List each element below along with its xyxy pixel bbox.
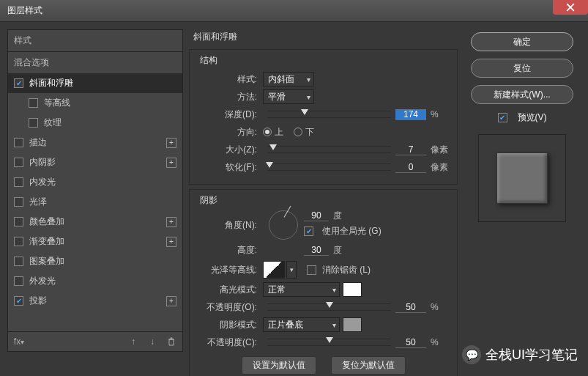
global-light-checkbox[interactable] (304, 226, 313, 236)
shadow-opacity-label: 不透明度(C): (197, 336, 263, 349)
style-item-checkbox[interactable] (14, 257, 23, 266)
style-item[interactable]: 外发光 (8, 271, 182, 291)
center-panel: 斜面和浮雕 结构 样式: 内斜面 方法: 平滑 深度(D): 174 % 方向:… (189, 29, 458, 352)
style-item-checkbox[interactable] (14, 237, 23, 246)
style-item-label: 斜面和浮雕 (29, 77, 73, 89)
size-value[interactable]: 7 (395, 144, 426, 155)
add-effect-icon[interactable]: + (166, 158, 176, 168)
shadow-color-swatch[interactable] (343, 317, 362, 332)
style-item-label: 内阴影 (29, 156, 56, 169)
angle-value[interactable]: 90 (304, 210, 329, 221)
style-item[interactable]: 描边+ (8, 133, 182, 152)
style-item[interactable]: 图案叠加 (8, 251, 182, 271)
style-item-checkbox[interactable] (14, 296, 23, 306)
style-item-checkbox[interactable] (14, 197, 23, 207)
trash-icon[interactable] (166, 336, 176, 347)
antialias-label: 消除锯齿 (L) (322, 264, 371, 276)
style-item-label: 内发光 (29, 176, 56, 188)
highlight-color-swatch[interactable] (343, 282, 362, 297)
style-item-label: 图案叠加 (29, 255, 64, 268)
style-item-label: 颜色叠加 (29, 215, 64, 228)
preview-checkbox[interactable] (498, 113, 507, 122)
add-effect-icon[interactable]: + (166, 296, 176, 306)
preview-label: 预览(V) (518, 111, 547, 124)
cancel-button[interactable]: 复位 (471, 59, 573, 78)
style-item-checkbox[interactable] (14, 158, 23, 167)
direction-up-radio[interactable] (263, 128, 272, 136)
altitude-label: 高度: (197, 244, 263, 257)
style-item-label: 渐变叠加 (29, 235, 64, 248)
style-item-label: 纹理 (44, 117, 62, 129)
altitude-value[interactable]: 30 (304, 245, 329, 256)
style-item-checkbox[interactable] (14, 217, 23, 226)
highlight-mode-label: 高光模式: (197, 284, 263, 296)
reset-default-button[interactable]: 复位为默认值 (331, 356, 406, 375)
method-label: 方法: (197, 91, 263, 103)
preview-swatch (496, 152, 548, 204)
style-item[interactable]: 等高线 (8, 93, 182, 113)
soften-value[interactable]: 0 (395, 162, 426, 173)
angle-unit: 度 (329, 210, 352, 222)
highlight-opacity-slider[interactable] (267, 303, 391, 311)
depth-label: 深度(D): (197, 108, 263, 121)
arrow-up-icon[interactable]: ↑ (128, 336, 138, 347)
size-slider[interactable] (267, 146, 391, 153)
wechat-icon: 💬 (462, 345, 481, 364)
main-area: 样式 混合选项 斜面和浮雕等高线纹理描边+内阴影+内发光光泽颜色叠加+渐变叠加+… (0, 22, 588, 359)
ok-button[interactable]: 确定 (471, 32, 573, 51)
close-button[interactable] (553, 0, 588, 15)
add-effect-icon[interactable]: + (166, 138, 176, 148)
style-item[interactable]: 纹理 (8, 113, 182, 133)
style-item[interactable]: 渐变叠加+ (8, 232, 182, 251)
shadow-mode-label: 阴影模式: (197, 319, 263, 331)
style-item-label: 光泽 (29, 196, 47, 208)
style-item-label: 等高线 (44, 97, 70, 109)
highlight-opacity-label: 不透明度(O): (197, 301, 263, 314)
direction-down-radio[interactable] (294, 128, 302, 136)
right-panel: 确定 复位 新建样式(W)... 预览(V) (464, 29, 581, 352)
preview-box (478, 134, 566, 222)
angle-dial[interactable] (269, 210, 298, 240)
style-item[interactable]: 内阴影+ (8, 152, 182, 172)
style-item-checkbox[interactable] (14, 78, 23, 88)
style-item[interactable]: 投影+ (8, 291, 182, 311)
blend-options-header[interactable]: 混合选项 (7, 52, 183, 73)
highlight-opacity-value[interactable]: 50 (395, 302, 426, 313)
style-list: 斜面和浮雕等高线纹理描边+内阴影+内发光光泽颜色叠加+渐变叠加+图案叠加外发光投… (7, 73, 183, 332)
shadow-mode-select[interactable]: 正片叠底 (263, 317, 340, 332)
add-effect-icon[interactable]: + (166, 217, 176, 227)
shadow-opacity-value[interactable]: 50 (395, 337, 426, 348)
style-item[interactable]: 颜色叠加+ (8, 212, 182, 232)
angle-label: 角度(N): (197, 219, 263, 232)
style-item-checkbox[interactable] (14, 276, 23, 286)
method-select[interactable]: 平滑 (263, 89, 314, 104)
style-item[interactable]: 斜面和浮雕 (8, 73, 182, 93)
window-title: 图层样式 (7, 4, 42, 17)
highlight-mode-select[interactable]: 正常 (263, 282, 340, 297)
gloss-contour-dropdown[interactable]: ▾ (286, 261, 297, 279)
soften-slider[interactable] (267, 163, 391, 171)
global-light-label: 使用全局光 (G) (322, 225, 382, 237)
style-select[interactable]: 内斜面 (263, 72, 314, 86)
style-label: 样式: (197, 73, 263, 86)
styles-header[interactable]: 样式 (7, 29, 183, 52)
arrow-down-icon[interactable]: ↓ (147, 336, 157, 347)
style-item-checkbox[interactable] (29, 98, 38, 108)
fx-icon[interactable]: fx▾ (14, 336, 24, 347)
style-item-checkbox[interactable] (29, 118, 38, 128)
gloss-contour-swatch[interactable] (263, 261, 285, 279)
soften-unit: 像素 (426, 161, 450, 174)
depth-value[interactable]: 174 (395, 109, 426, 120)
add-effect-icon[interactable]: + (166, 237, 176, 247)
style-item-label: 投影 (29, 295, 47, 307)
style-item-checkbox[interactable] (14, 138, 23, 147)
antialias-checkbox[interactable] (307, 265, 316, 275)
style-item-label: 描边 (29, 136, 47, 149)
style-item[interactable]: 内发光 (8, 172, 182, 192)
new-style-button[interactable]: 新建样式(W)... (471, 85, 573, 104)
shadow-opacity-slider[interactable] (267, 339, 391, 346)
depth-slider[interactable] (267, 111, 391, 118)
set-default-button[interactable]: 设置为默认值 (242, 356, 316, 375)
style-item[interactable]: 光泽 (8, 192, 182, 212)
style-item-checkbox[interactable] (14, 177, 23, 187)
